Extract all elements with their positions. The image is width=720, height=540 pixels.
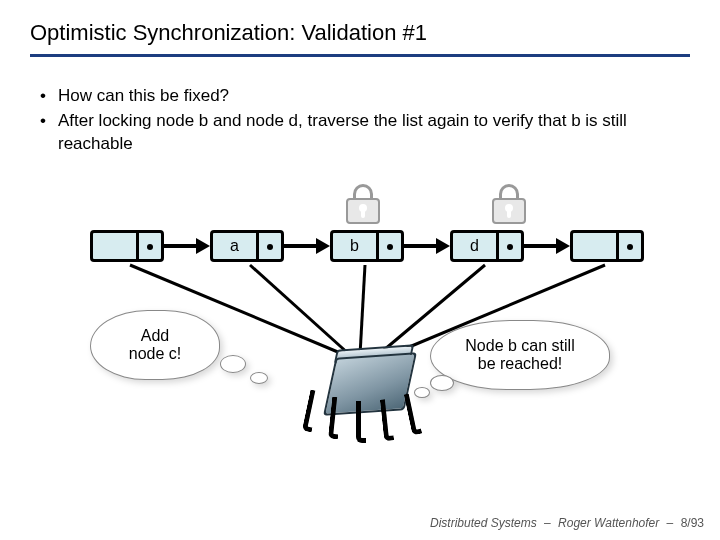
thought-dot — [220, 355, 246, 373]
footer-author: Roger Wattenhofer — [558, 516, 659, 530]
footer-page: 8/93 — [681, 516, 704, 530]
thought-dot — [250, 372, 268, 384]
footer-course: Distributed Systems — [430, 516, 537, 530]
bullet-list: How can this be fixed? After locking nod… — [30, 85, 690, 156]
bullet-1: How can this be fixed? — [58, 85, 690, 108]
node-label: d — [453, 233, 499, 259]
list-node-d: d — [450, 230, 524, 262]
slide-title: Optimistic Synchronization: Validation #… — [30, 20, 690, 52]
list-node-a: a — [210, 230, 284, 262]
thought-dot — [430, 375, 454, 391]
list-node-b: b — [330, 230, 404, 262]
slide-footer: Distributed Systems – Roger Wattenhofer … — [430, 516, 704, 530]
node-label: b — [333, 233, 379, 259]
thought-cloud-left: Add node c! — [90, 310, 220, 380]
diagram-stage: a b d Add node c! Node b can still be re… — [0, 180, 720, 470]
thought-cloud-right: Node b can still be reached! — [430, 320, 610, 390]
lock-icon — [346, 184, 380, 224]
list-node-head — [90, 230, 164, 262]
node-label: a — [213, 233, 259, 259]
list-node-tail — [570, 230, 644, 262]
lock-icon — [492, 184, 526, 224]
cpu-bug-icon — [300, 335, 430, 445]
node-label — [573, 233, 619, 259]
title-underline — [30, 54, 690, 57]
node-label — [93, 233, 139, 259]
bullet-2: After locking node b and node d, travers… — [58, 110, 690, 156]
